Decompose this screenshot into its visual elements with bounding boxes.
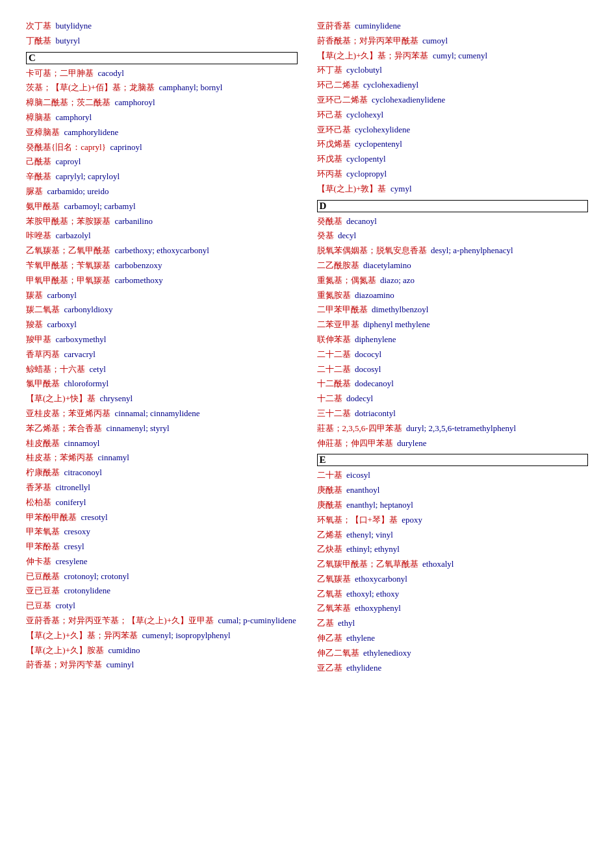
chinese-term: 二甲苯甲酰基: [317, 304, 368, 314]
chinese-term: 乙氧苯基: [317, 603, 351, 613]
english-term: carbazolyl: [56, 230, 91, 240]
english-term: cinnamoyl: [64, 438, 100, 448]
english-term: crotonylidene: [64, 586, 110, 595]
english-term: cresotyl: [81, 512, 108, 522]
list-item: 伸乙基 ethylene: [317, 632, 589, 645]
list-item: 庚酰基 enanthyl; heptanoyl: [317, 499, 589, 512]
list-item: 甲苯酚基 cresyl: [26, 540, 298, 554]
main-content: 次丁基 butylidyne丁酰基 butyrylC卡可基；二甲胂基 cacod…: [26, 19, 588, 675]
english-term: cyclohexadienyl: [363, 80, 418, 90]
list-item: 乙氧羰甲酰基；乙氧草酰基 ethoxalyl: [317, 558, 589, 571]
chinese-term: 【草(之上)+久】胺基: [26, 645, 104, 655]
chinese-term: 亚环己二烯基: [317, 95, 368, 105]
chinese-term: 【草(之上)+快】基: [26, 393, 96, 403]
list-item: 重氮胺基 diazoamino: [317, 289, 589, 303]
chinese-term: 卡可基；二甲胂基: [26, 68, 94, 78]
english-term: epoxy: [402, 515, 422, 525]
chinese-term: 甲苯酚甲酰基: [26, 512, 77, 522]
english-term: cyclopropyl: [346, 169, 387, 179]
list-item: 伸乙二氧基 ethylenedioxy: [317, 647, 589, 660]
list-item: 环己基 cyclohexyl: [317, 108, 589, 122]
list-item: 乙烯基 ethenyl; vinyl: [317, 528, 589, 542]
list-item: 甲氧甲酰基；甲氧羰基 carbomethoxy: [26, 274, 298, 288]
english-term: cyclohexyl: [346, 110, 383, 119]
list-item: 庚酰基 enanthoyl: [317, 484, 589, 497]
english-term: diphenyl methylene: [363, 319, 430, 329]
english-term: camphoryl: [56, 112, 92, 122]
english-term: carbamoyl; carbamyl: [64, 201, 136, 211]
list-item: 鲸蜡基；十六基 cetyl: [26, 363, 298, 377]
english-term: carvacryl: [64, 349, 96, 359]
chinese-term: 重氮胺基: [317, 290, 351, 300]
list-item: 氨甲酰基 carbamoyl; carbamyl: [26, 200, 298, 214]
english-term: duryl; 2,3,5,6-tetramethylphenyl: [406, 423, 516, 433]
english-term: cumenyl; isopropylphenyl: [142, 630, 231, 640]
english-term: crotyl: [56, 601, 75, 610]
english-term: dotriacontyl: [355, 408, 396, 418]
chinese-term: 桂皮基；苯烯丙基: [26, 453, 94, 462]
list-item: 亚乙基 ethylidene: [317, 662, 589, 675]
list-item: 羧甲基 carboxymethyl: [26, 333, 298, 347]
chinese-term: 羰基: [26, 290, 43, 300]
list-item: 羧基 carboxyl: [26, 318, 298, 332]
chinese-term: 次丁基: [26, 21, 51, 31]
english-term: eicosyl: [346, 470, 370, 480]
chinese-term: 环丙基: [317, 169, 342, 179]
chinese-term: 亚莳香基: [317, 21, 351, 31]
list-item: 甲苯酚甲酰基 cresotyl: [26, 511, 298, 525]
list-item: 二甲苯甲酰基 dimethylbenzoyl: [317, 303, 589, 317]
chinese-term: 香草丙基: [26, 349, 60, 359]
chinese-term: 乙基: [317, 618, 334, 628]
chinese-term: 庚酰基: [317, 485, 342, 495]
chinese-term: 已豆酰基: [26, 571, 60, 581]
english-term: carbamido; ureido: [47, 186, 109, 196]
list-item: 【草(之上)+久】基；异丙苯基 cumyl; cumenyl: [317, 49, 589, 63]
chinese-term: 桂皮酰基: [26, 438, 60, 448]
list-item: 乙氧基 ethoxyl; ethoxy: [317, 588, 589, 601]
english-term: cyclopentenyl: [355, 139, 402, 149]
english-term: cresylene: [56, 556, 88, 566]
english-term: dodecyl: [346, 393, 373, 403]
chinese-term: 甲氧甲酰基；甲氧羰基: [26, 275, 110, 285]
list-item: 亚莳香基；对异丙亚苄基；【草(之上)+久】亚甲基 cumal; p-cuminy…: [26, 614, 298, 628]
list-item: 莊基；2,3,5,6-四甲苯基 duryl; 2,3,5,6-tetrameth…: [317, 422, 589, 436]
list-item: 亚桂皮基；苯亚烯丙基 cinnamal; cinnamylidene: [26, 407, 298, 421]
english-term: cuminyl: [107, 660, 134, 669]
list-item: 环氧基；【口+琴】基 epoxy: [317, 514, 589, 527]
chinese-term: 环丁基: [317, 65, 342, 75]
chinese-term: 十二酰基: [317, 378, 351, 388]
chinese-term: 伸莊基；伸四甲苯基: [317, 438, 393, 448]
chinese-term: 脲基: [26, 186, 43, 196]
chinese-term: 伸乙二氧基: [317, 648, 359, 658]
list-item: 脱氧苯偶姻基；脱氧安息香基 desyl; a-phenylphenacyl: [317, 244, 589, 258]
chinese-term: 伸卡基: [26, 556, 51, 566]
list-item: 环丁基 cyclobutyl: [317, 64, 589, 77]
chinese-term: 苯胺甲酰基；苯胺羰基: [26, 216, 110, 226]
chinese-term: 辛酰基: [26, 171, 51, 181]
list-item: 乙氧羰基 ethoxycarbonyl: [317, 573, 589, 586]
english-term: desyl; a-phenylphenacyl: [431, 245, 513, 255]
chinese-term: 联伸苯基: [317, 334, 351, 344]
chinese-term: 丁酰基: [26, 36, 51, 45]
english-term: ethoxalyl: [422, 559, 454, 569]
english-term: carboxyl: [47, 319, 77, 329]
english-term: ethinyl; ethynyl: [346, 544, 400, 554]
chinese-term: 【草(之上)+久】基；异丙苯基: [26, 630, 138, 640]
list-item: 癸基 decyl: [317, 229, 589, 243]
list-item: 重氮基；偶氮基 diazo; azo: [317, 274, 589, 288]
list-item: 柠康酰基 citraconoyl: [26, 466, 298, 480]
list-item: 莳香基；对异丙苄基 cuminyl: [26, 658, 298, 672]
english-term: carbonyldioxy: [64, 304, 113, 314]
chinese-term: 亚桂皮基；苯亚烯丙基: [26, 408, 110, 418]
list-item: 己酰基 caproyl: [26, 155, 298, 169]
english-term: cuminylidene: [355, 21, 401, 31]
list-item: 环丙基 cyclopropyl: [317, 167, 589, 181]
english-term: diphenylene: [355, 334, 396, 344]
english-term: enanthyl; heptanoyl: [346, 500, 413, 510]
list-item: 甲苯氧基 cresoxy: [26, 525, 298, 539]
english-term: carbethoxy; ethoxycarbonyl: [115, 245, 209, 255]
chinese-term: 脱氧苯偶姻基；脱氧安息香基: [317, 245, 427, 255]
chinese-term: 苄氧甲酰基；苄氧羰基: [26, 260, 110, 270]
chinese-term: 癸酰基{旧名：capryl}: [26, 142, 106, 152]
english-term: cresyl: [64, 541, 84, 551]
